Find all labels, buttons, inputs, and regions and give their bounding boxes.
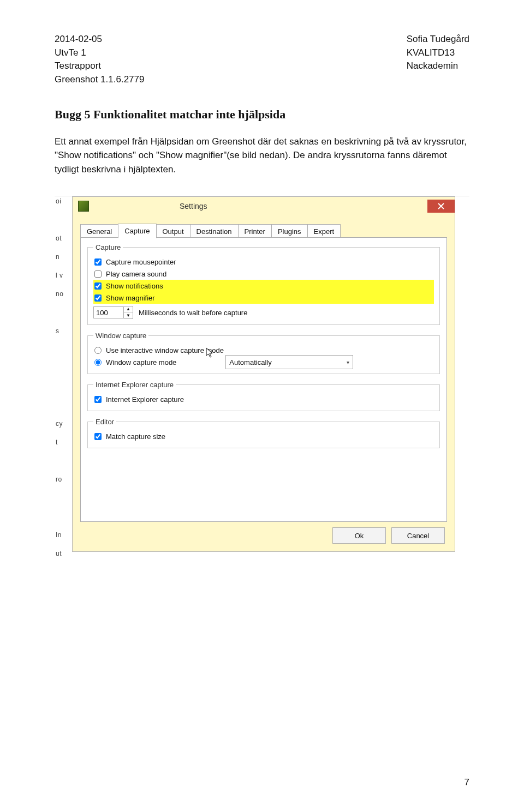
checkbox-show-notifications[interactable] — [94, 282, 102, 290]
tab-general[interactable]: General — [80, 224, 118, 239]
spinner-ms-wait[interactable]: ▲▼ — [124, 306, 133, 319]
select-window-capture-mode[interactable]: Automatically ▾ — [225, 355, 353, 369]
cancel-button[interactable]: Cancel — [391, 527, 445, 544]
settings-panel: Capture Capture mousepointer Play camera… — [80, 237, 447, 522]
row-camera-sound: Play camera sound — [93, 268, 434, 280]
tab-plugins[interactable]: Plugins — [271, 224, 308, 239]
document-header: 2014-02-05 UtvTe 1 Testrapport Greenshot… — [55, 33, 469, 87]
group-ie-capture: Internet Explorer capture Internet Explo… — [87, 381, 440, 411]
titlebar: Settings — [73, 197, 455, 215]
label-interactive-mode: Use interactive window capture mode — [106, 346, 224, 354]
input-ms-wait[interactable]: 100 — [93, 306, 124, 318]
label-ms-wait: Milliseconds to wait before capture — [139, 309, 247, 317]
label-match-capture-size: Match capture size — [106, 432, 165, 441]
header-left-4: Greenshot 1.1.6.2779 — [55, 73, 144, 87]
tab-destination[interactable]: Destination — [190, 224, 239, 239]
window-title: Settings — [94, 202, 427, 210]
radio-window-capture-mode[interactable] — [94, 359, 102, 366]
group-capture: Capture Capture mousepointer Play camera… — [87, 243, 440, 325]
label-show-magnifier: Show magnifier — [106, 294, 155, 302]
checkbox-show-magnifier[interactable] — [94, 294, 102, 302]
row-show-notifications: Show notifications — [93, 280, 434, 292]
page-number: 7 — [465, 777, 469, 788]
greenshot-app-icon — [78, 201, 89, 212]
group-editor-legend: Editor — [93, 418, 116, 426]
radio-interactive-mode[interactable] — [94, 347, 102, 354]
settings-window: Settings GeneralCaptureOutputDestination… — [72, 196, 455, 552]
row-match-capture-size: Match capture size — [93, 430, 434, 442]
label-show-notifications: Show notifications — [106, 282, 163, 290]
group-capture-legend: Capture — [93, 243, 123, 251]
group-editor: Editor Match capture size — [87, 418, 440, 448]
row-window-capture-mode: Window capture mode Automatically ▾ — [93, 356, 434, 368]
group-window-capture-legend: Window capture — [93, 332, 148, 340]
row-ms-wait: 100 ▲▼ Milliseconds to wait before captu… — [93, 306, 434, 319]
screenshot-figure: oi otnl vno s cyt ro Inut Settings Gener… — [55, 196, 469, 578]
row-mousepointer: Capture mousepointer — [93, 256, 434, 268]
tab-capture[interactable]: Capture — [118, 224, 156, 238]
header-left-3: Testrapport — [55, 59, 144, 73]
tab-strip: GeneralCaptureOutputDestinationPrinterPl… — [80, 223, 340, 238]
tab-expert[interactable]: Expert — [307, 224, 341, 239]
group-window-capture: Window capture Use interactive window ca… — [87, 332, 440, 374]
label-mousepointer: Capture mousepointer — [106, 258, 176, 266]
chevron-down-icon: ▼ — [124, 313, 133, 319]
row-show-magnifier: Show magnifier — [93, 292, 434, 304]
checkbox-mousepointer[interactable] — [94, 258, 102, 266]
checkbox-ie-capture[interactable] — [94, 396, 102, 403]
header-left-2: UtvTe 1 — [55, 46, 144, 60]
dialog-buttons: Ok Cancel — [332, 527, 445, 544]
group-ie-capture-legend: Internet Explorer capture — [93, 381, 176, 389]
bug-body-text: Ett annat exempel från Hjälpsidan om Gre… — [55, 135, 469, 177]
checkbox-match-capture-size[interactable] — [94, 433, 102, 440]
select-value: Automatically — [229, 358, 271, 366]
header-date: 2014-02-05 — [55, 33, 144, 46]
header-right-2: KVALITD13 — [407, 46, 469, 60]
row-ie-capture: Internet Explorer capture — [93, 393, 434, 405]
label-camera-sound: Play camera sound — [106, 270, 166, 278]
cropped-background-text: oi otnl vno s cyt ro Inut — [55, 196, 69, 578]
tab-output[interactable]: Output — [156, 224, 190, 239]
header-right-3: Nackademin — [407, 59, 469, 73]
chevron-up-icon: ▲ — [124, 306, 133, 313]
close-button[interactable] — [427, 200, 455, 213]
row-interactive-mode: Use interactive window capture mode — [93, 344, 434, 356]
label-window-capture-mode: Window capture mode — [106, 358, 176, 366]
chevron-down-icon: ▾ — [347, 359, 349, 365]
ok-button[interactable]: Ok — [332, 527, 386, 544]
close-icon — [438, 203, 444, 209]
tab-printer[interactable]: Printer — [238, 224, 272, 239]
header-author: Sofia Tudegård — [407, 33, 469, 46]
checkbox-camera-sound[interactable] — [94, 270, 102, 278]
label-ie-capture: Internet Explorer capture — [106, 395, 184, 404]
bug-heading: Bugg 5 Funktionalitet matchar inte hjälp… — [55, 107, 469, 122]
